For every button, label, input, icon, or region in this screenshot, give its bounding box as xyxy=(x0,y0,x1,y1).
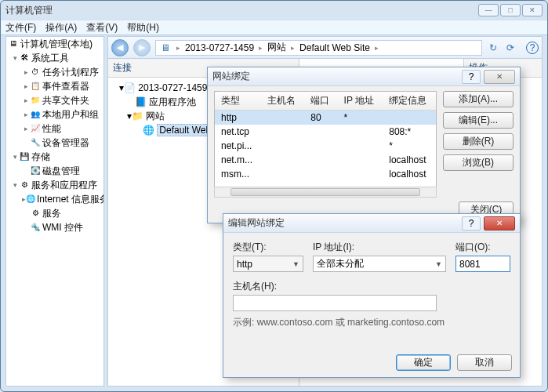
taskscheduler-icon: ⏱ xyxy=(30,67,41,78)
conn-sites[interactable]: 网站 xyxy=(146,111,165,122)
label-ip: IP 地址(I): xyxy=(313,241,446,254)
nav-event[interactable]: 事件查看器 xyxy=(42,80,89,93)
crumb-site[interactable]: Default Web Site xyxy=(299,42,370,53)
add-button[interactable]: 添加(A)... xyxy=(443,91,514,107)
bindings-close-x[interactable]: ✕ xyxy=(484,70,515,84)
tools-icon: 🛠 xyxy=(19,53,30,64)
back-button[interactable]: ◀ xyxy=(111,39,129,56)
nav-task[interactable]: 任务计划程序 xyxy=(42,66,99,78)
cell-host xyxy=(261,167,304,181)
binding-row[interactable]: net.m...localhost xyxy=(215,153,436,167)
ip-select[interactable]: 全部未分配▼ xyxy=(313,256,446,272)
nav-svc[interactable]: 服务和应用程序 xyxy=(31,179,97,191)
cell-port xyxy=(304,167,337,181)
edit-button[interactable]: 编辑(E)... xyxy=(443,112,514,129)
menu-action[interactable]: 操作(A) xyxy=(45,21,77,34)
label-host: 主机名(H): xyxy=(233,280,510,293)
nav-dev[interactable]: 设备管理器 xyxy=(42,136,89,149)
col-info[interactable]: 绑定信息 xyxy=(383,92,436,111)
port-value: 8081 xyxy=(459,259,481,270)
nav-storage[interactable]: 存储 xyxy=(31,151,50,163)
ok-button[interactable]: 确定 xyxy=(396,354,451,371)
breadcrumb[interactable]: 🖥 ▸ 2013-0727-1459 ▸ 网站 ▸ Default Web Si… xyxy=(155,40,482,56)
server-icon: 🖥 xyxy=(159,42,172,54)
bindings-buttons: 添加(A)... 编辑(E)... 删除(R) 浏览(B) xyxy=(443,91,514,171)
cell-ip xyxy=(338,167,383,181)
crumb-sites[interactable]: 网站 xyxy=(267,41,286,54)
col-type[interactable]: 类型 xyxy=(215,92,261,111)
host-input[interactable] xyxy=(233,295,437,311)
mmc-nav-tree[interactable]: 🖥计算机管理(本地) ▾🛠系统工具 ▸⏱任务计划程序 ▸📋事件查看器 ▸📁共享文… xyxy=(5,36,104,387)
forward-button[interactable]: ▶ xyxy=(133,39,151,56)
port-input[interactable]: 8081 xyxy=(455,256,510,272)
cell-info: * xyxy=(383,139,436,153)
address-bar: ◀ ▶ 🖥 ▸ 2013-0727-1459 ▸ 网站 ▸ Default We… xyxy=(108,37,542,59)
cancel-button[interactable]: 取消 xyxy=(457,354,512,371)
bindings-table[interactable]: 类型 主机名 端口 IP 地址 绑定信息 http80*net.tcp808:*… xyxy=(214,91,437,193)
main-window: 计算机管理 — □ ✕ 文件(F) 操作(A) 查看(V) 帮助(H) 🖥计算机… xyxy=(0,0,548,392)
browse-button[interactable]: 浏览(B) xyxy=(443,154,514,171)
edit-binding-dialog: 编辑网站绑定 ? ✕ 类型(T): http▼ IP 地址(I): 全部未分配▼ xyxy=(223,213,521,378)
help-icon[interactable]: ? xyxy=(526,42,539,54)
bindings-title: 网站绑定 xyxy=(212,70,462,83)
cell-type: net.m... xyxy=(215,153,261,167)
cell-ip xyxy=(338,153,383,167)
binding-row[interactable]: http80* xyxy=(215,111,436,125)
nav-wmi[interactable]: WMI 控件 xyxy=(42,221,83,234)
cell-host xyxy=(261,111,304,125)
type-select[interactable]: http▼ xyxy=(233,256,303,272)
label-port: 端口(O): xyxy=(455,241,510,254)
iis-icon: 🌐 xyxy=(26,194,35,205)
cell-info xyxy=(383,111,436,125)
binding-row[interactable]: net.tcp808:* xyxy=(215,125,436,139)
nav-iis[interactable]: Internet 信息服务(IIS)管理器 xyxy=(37,193,104,205)
nav-services[interactable]: 服务 xyxy=(42,207,61,220)
edit-close-x[interactable]: ✕ xyxy=(484,216,515,230)
device-icon: 🔧 xyxy=(30,137,41,148)
menu-help[interactable]: 帮助(H) xyxy=(127,21,159,34)
eventviewer-icon: 📋 xyxy=(30,81,41,92)
services-icon: ⚙ xyxy=(19,180,30,191)
cell-ip xyxy=(338,125,383,139)
refresh-icon[interactable]: ↻ xyxy=(487,42,499,54)
cell-host xyxy=(261,125,304,139)
reload-icon[interactable]: ⟳ xyxy=(504,42,517,54)
maximize-button[interactable]: □ xyxy=(500,4,521,16)
binding-row[interactable]: msm...localhost xyxy=(215,167,436,181)
close-button[interactable]: ✕ xyxy=(522,4,543,16)
menubar: 文件(F) 操作(A) 查看(V) 帮助(H) xyxy=(1,20,547,35)
cell-port xyxy=(304,125,337,139)
nav-root[interactable]: 计算机管理(本地) xyxy=(20,38,93,50)
bindings-titlebar[interactable]: 网站绑定 ? ✕ xyxy=(208,67,520,86)
edit-titlebar[interactable]: 编辑网站绑定 ? ✕ xyxy=(223,214,520,233)
binding-row[interactable]: net.pi...* xyxy=(215,139,436,153)
site-bindings-dialog: 网站绑定 ? ✕ 类型 主机名 端口 IP 地址 绑定信息 http80*net… xyxy=(207,67,521,223)
menu-view[interactable]: 查看(V) xyxy=(86,21,118,34)
minimize-button[interactable]: — xyxy=(478,4,499,16)
cell-type: net.pi... xyxy=(215,139,261,153)
computer-icon: 🖥 xyxy=(8,38,19,49)
crumb-host[interactable]: 2013-0727-1459 xyxy=(185,42,254,53)
bindings-scrollbar[interactable] xyxy=(214,187,437,198)
menu-file[interactable]: 文件(F) xyxy=(5,21,36,34)
nav-perf[interactable]: 性能 xyxy=(42,122,61,135)
nav-users[interactable]: 本地用户和组 xyxy=(42,108,99,121)
cell-info: localhost xyxy=(383,153,436,167)
col-ip[interactable]: IP 地址 xyxy=(338,92,383,111)
cell-ip xyxy=(338,139,383,153)
help-button[interactable]: ? xyxy=(462,70,481,84)
conn-apppools[interactable]: 应用程序池 xyxy=(149,96,196,107)
cell-info: 808:* xyxy=(383,125,436,139)
titlebar[interactable]: 计算机管理 — □ ✕ xyxy=(1,1,547,20)
nav-share[interactable]: 共享文件夹 xyxy=(42,94,89,107)
remove-button[interactable]: 删除(R) xyxy=(443,133,514,150)
nav-disk[interactable]: 磁盘管理 xyxy=(42,165,80,177)
cell-port xyxy=(304,139,337,153)
cell-ip: * xyxy=(338,111,383,125)
window-title: 计算机管理 xyxy=(5,4,478,17)
col-port[interactable]: 端口 xyxy=(304,92,337,111)
nav-sys[interactable]: 系统工具 xyxy=(31,52,69,64)
edit-help-button[interactable]: ? xyxy=(462,216,481,230)
col-host[interactable]: 主机名 xyxy=(261,92,304,111)
disk-icon: 💽 xyxy=(30,165,41,176)
